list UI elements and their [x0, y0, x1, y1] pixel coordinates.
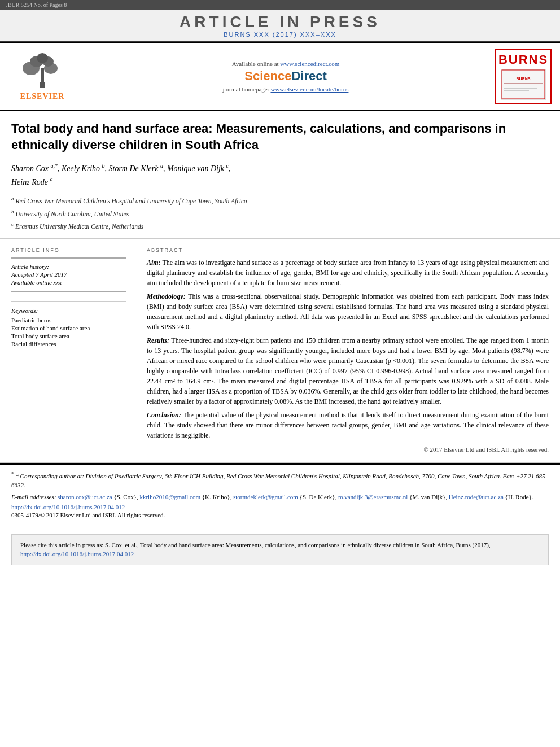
svg-rect-11	[504, 86, 532, 86]
accepted-date: Accepted 7 April 2017	[11, 271, 126, 278]
keyword-total-body-surface-area: Total body surface area	[11, 333, 126, 339]
authors-list: Sharon Cox a,*, Keely Kriho b, Storm De …	[11, 161, 549, 189]
doi-link[interactable]: http://dx.doi.org/10.1016/j.burns.2017.0…	[11, 504, 549, 510]
email-m-van-dijk[interactable]: m.vandijk.3@erasmusmc.nl	[338, 493, 408, 500]
keyword-hand-surface-area: Estimation of hand surface area	[11, 325, 126, 331]
abstract-methodology: Methodology: This was a cross-sectional …	[147, 291, 549, 332]
email-storm-de-klerk[interactable]: stormdeklerk@gmail.com	[233, 493, 298, 500]
burns-logo-image: BURNS	[501, 69, 546, 100]
elsevier-logo: ELSEVIER	[8, 51, 76, 101]
svg-rect-13	[504, 90, 529, 91]
article-info-label: ARTICLE INFO	[11, 247, 126, 253]
available-online-note: Available online xxx	[11, 279, 126, 286]
svg-rect-10	[504, 83, 543, 84]
affiliation-c: c Erasmus University Medical Centre, Net…	[11, 220, 549, 233]
burns-brand-text: BURNS	[498, 53, 548, 67]
burns-logo-box: BURNS BURNS	[495, 49, 552, 104]
journal-homepage: journal homepage: www.elsevier.com/locat…	[76, 86, 495, 93]
corresponding-note: * * Corresponding author at: Division of…	[11, 470, 549, 490]
journal-ref-left: JBUR 5254 No. of Pages 8	[6, 2, 67, 8]
svg-rect-1	[41, 68, 44, 82]
citation-doi-link[interactable]: http://dx.doi.org/10.1016/j.burns.2017.0…	[20, 551, 134, 557]
two-col-section: ARTICLE INFO Article history: Accepted 7…	[0, 239, 560, 464]
affiliations-list: a Red Cross War Memorial Children's Hosp…	[11, 194, 549, 233]
citation-bar: Please cite this article in press as: S.…	[11, 534, 549, 565]
abstract-conclusion: Conclusion: The potential value of the p…	[147, 410, 549, 440]
journal-homepage-url[interactable]: www.elsevier.com/locate/burns	[270, 86, 348, 93]
svg-text:BURNS: BURNS	[517, 77, 531, 81]
svg-point-6	[37, 53, 48, 63]
author-monique-van-dijk: Monique van Dijk	[167, 164, 224, 173]
burns-cover-svg: BURNS	[501, 69, 546, 100]
issn-line: 0305-4179/© 2017 Elsevier Ltd and ISBI. …	[11, 510, 549, 520]
abstract-col: ABSTRACT Aim: The aim was to investigate…	[147, 247, 549, 455]
email-sharon-cox[interactable]: sharon.cox@uct.ac.za	[58, 493, 112, 500]
citation-text: Please cite this article in press as: S.…	[20, 541, 491, 548]
email-keely-kriho[interactable]: kkriho2010@gmail.com	[139, 493, 200, 500]
author-heinz-rode: Heinz Rode	[11, 178, 48, 186]
abstract-results: Results: Three-hundred and sixty-eight b…	[147, 335, 549, 407]
keyword-paediatric-burns: Paediatric burns	[11, 317, 126, 324]
keyword-racial-differences: Racial differences	[11, 340, 126, 347]
footnotes-section: * * Corresponding author at: Division of…	[0, 464, 560, 528]
keywords-section: Keywords: Paediatric burns Estimation of…	[11, 301, 126, 347]
author-keely-kriho: Keely Kriho	[62, 164, 100, 173]
author-storm-de-klerk: Storm De Klerk	[109, 164, 159, 173]
article-history: Article history: Accepted 7 April 2017 A…	[11, 263, 126, 286]
journal-header: ELSEVIER Available online at www.science…	[0, 43, 560, 111]
top-bar: JBUR 5254 No. of Pages 8	[0, 0, 560, 10]
author-sharon-cox: Sharon Cox	[11, 164, 49, 173]
email-addresses-line: E-mail addresses: sharon.cox@uct.ac.za {…	[11, 492, 549, 502]
svg-rect-8	[502, 70, 545, 99]
journal-center-info: Available online at www.sciencedirect.co…	[76, 60, 495, 93]
affiliation-a: a Red Cross War Memorial Children's Hosp…	[11, 194, 549, 207]
abstract-text: Aim: The aim was to investigate hand sur…	[147, 257, 549, 455]
article-title: Total body and hand surface area: Measur…	[11, 121, 549, 153]
aip-title: ARTICLE IN PRESS	[0, 13, 560, 31]
sciencedirect-brand: ScienceDirect	[76, 69, 495, 84]
abstract-aim: Aim: The aim was to investigate hand sur…	[147, 257, 549, 288]
sciencedirect-url[interactable]: www.sciencedirect.com	[280, 60, 339, 67]
elsevier-tree-icon	[20, 51, 65, 91]
elsevier-brand-text: ELSEVIER	[20, 92, 65, 101]
svg-rect-12	[504, 88, 537, 89]
journal-ref-banner: BURNS XXX (2017) XXX–XXX	[0, 31, 560, 38]
available-online-text: Available online at www.sciencedirect.co…	[76, 60, 495, 67]
article-in-press-banner: ARTICLE IN PRESS BURNS XXX (2017) XXX–XX…	[0, 10, 560, 42]
email-heinz-rode[interactable]: Heinz.rode@uct.ac.za	[449, 493, 504, 500]
svg-rect-0	[40, 82, 45, 88]
affiliation-b: b University of North Carolina, United S…	[11, 207, 549, 220]
abstract-label: ABSTRACT	[147, 247, 549, 253]
copyright-line: © 2017 Elsevier Ltd and ISBI. All rights…	[147, 445, 549, 455]
keywords-label: Keywords:	[11, 307, 126, 314]
article-title-section: Total body and hand surface area: Measur…	[0, 111, 560, 239]
article-info-col: ARTICLE INFO Article history: Accepted 7…	[11, 247, 135, 455]
